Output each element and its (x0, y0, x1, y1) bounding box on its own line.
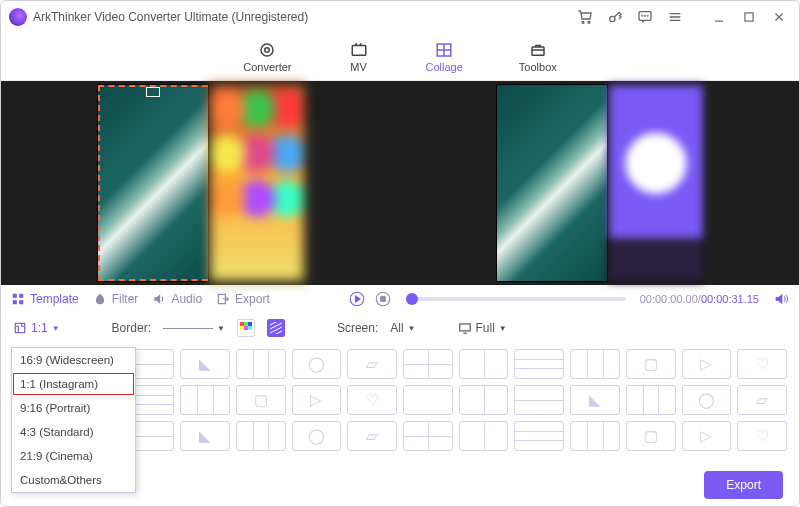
ratio-option[interactable]: Custom&Others (12, 468, 135, 492)
layout-template-tile[interactable] (236, 421, 286, 451)
menu-icon[interactable] (663, 5, 687, 29)
border-color-picker[interactable] (237, 319, 255, 337)
screen-selector[interactable]: All ▼ (390, 321, 415, 335)
layout-template-tile[interactable] (403, 385, 453, 415)
svg-rect-12 (532, 47, 544, 55)
layout-template-tile[interactable]: ◯ (292, 349, 342, 379)
maximize-icon[interactable] (737, 5, 761, 29)
collage-cell-2[interactable] (400, 81, 799, 285)
cart-icon[interactable] (573, 5, 597, 29)
view-selector[interactable]: Full ▼ (458, 321, 507, 335)
layout-template-tile[interactable]: ▢ (626, 349, 676, 379)
layout-template-tile[interactable] (459, 385, 509, 415)
tab-toolbox[interactable]: Toolbox (519, 41, 557, 73)
layout-template-tile[interactable]: ▷ (682, 421, 732, 451)
export-label: Export (235, 292, 270, 306)
collage-cell-1[interactable] (1, 81, 400, 285)
border-pattern-button[interactable] (267, 319, 285, 337)
app-window: ArkThinker Video Converter Ultimate (Unr… (0, 0, 800, 507)
mv-icon (348, 41, 370, 59)
export-tool-button[interactable]: Export (216, 292, 270, 306)
svg-rect-13 (13, 294, 17, 298)
time-total: 00:00:31.15 (701, 293, 759, 305)
border-line-preview (163, 328, 213, 329)
filter-button[interactable]: Filter (93, 292, 139, 306)
layout-template-tile[interactable] (459, 349, 509, 379)
layout-template-tile[interactable]: ◣ (180, 349, 230, 379)
clip-thumbnail (97, 84, 209, 282)
template-button[interactable]: Template (11, 292, 79, 306)
ratio-selector[interactable]: 1:1 ▼ (13, 321, 60, 335)
layout-template-tile[interactable]: ▱ (347, 421, 397, 451)
time-display: 00:00:00.00/00:00:31.15 (640, 293, 759, 305)
tab-mv[interactable]: MV (348, 41, 370, 73)
layout-template-tile[interactable]: ▢ (236, 385, 286, 415)
volume-icon[interactable] (773, 291, 789, 307)
layout-template-tile[interactable]: ▱ (737, 385, 787, 415)
layout-template-tile[interactable]: ▷ (682, 349, 732, 379)
play-button[interactable] (348, 290, 366, 308)
tab-collage[interactable]: Collage (426, 41, 463, 73)
key-icon[interactable] (603, 5, 627, 29)
layout-template-tile[interactable]: ♡ (737, 421, 787, 451)
ratio-option[interactable]: 9:16 (Portrait) (12, 396, 135, 420)
view-value: Full (476, 321, 495, 335)
layout-template-tile[interactable] (403, 421, 453, 451)
svg-rect-28 (459, 324, 470, 331)
layout-template-tile[interactable]: ♡ (737, 349, 787, 379)
export-button[interactable]: Export (704, 471, 783, 499)
layout-template-tile[interactable] (514, 349, 564, 379)
border-style-selector[interactable]: ▼ (163, 324, 225, 333)
layout-template-tile[interactable]: ◣ (570, 385, 620, 415)
layout-template-tile[interactable]: ◯ (292, 421, 342, 451)
chevron-down-icon: ▼ (499, 324, 507, 333)
ratio-dropdown: 16:9 (Widescreen)1:1 (Instagram)9:16 (Po… (11, 347, 136, 493)
feedback-icon[interactable] (633, 5, 657, 29)
close-icon[interactable] (767, 5, 791, 29)
svg-rect-23 (244, 322, 248, 326)
converter-icon (256, 41, 278, 59)
svg-point-6 (647, 15, 648, 16)
filter-label: Filter (112, 292, 139, 306)
layout-template-tile[interactable]: ▢ (626, 421, 676, 451)
ratio-value: 1:1 (31, 321, 48, 335)
layout-template-tile[interactable] (459, 421, 509, 451)
layout-template-tile[interactable]: ◯ (682, 385, 732, 415)
layout-template-tile[interactable]: ▷ (292, 385, 342, 415)
ratio-option[interactable]: 1:1 (Instagram) (12, 372, 135, 396)
minimize-icon[interactable] (707, 5, 731, 29)
ratio-option[interactable]: 16:9 (Widescreen) (12, 348, 135, 372)
svg-rect-14 (19, 294, 23, 298)
layout-template-tile[interactable] (514, 421, 564, 451)
svg-point-0 (582, 21, 584, 23)
layout-template-tile[interactable] (180, 385, 230, 415)
stop-button[interactable] (374, 290, 392, 308)
layout-template-tile[interactable] (626, 385, 676, 415)
ratio-option[interactable]: 21:9 (Cinema) (12, 444, 135, 468)
time-current: 00:00:00.00 (640, 293, 698, 305)
layout-template-tile[interactable] (236, 349, 286, 379)
layout-template-tile[interactable]: ◣ (180, 421, 230, 451)
layout-template-tile[interactable] (514, 385, 564, 415)
collage-icon (433, 41, 455, 59)
layout-template-tile[interactable] (570, 421, 620, 451)
app-title: ArkThinker Video Converter Ultimate (Unr… (33, 10, 308, 24)
chevron-down-icon: ▼ (408, 324, 416, 333)
scrubber-handle[interactable] (406, 293, 418, 305)
clip-thumbnail (209, 84, 305, 282)
layout-template-tile[interactable] (403, 349, 453, 379)
svg-rect-24 (248, 322, 252, 326)
chevron-down-icon: ▼ (52, 324, 60, 333)
audio-label: Audio (171, 292, 202, 306)
screen-value: All (390, 321, 403, 335)
audio-button[interactable]: Audio (152, 292, 202, 306)
timeline-scrubber[interactable] (406, 297, 626, 301)
tool-row: Template Filter Audio Export 00:00:00.00… (1, 285, 799, 313)
tab-converter[interactable]: Converter (243, 41, 291, 73)
ratio-option[interactable]: 4:3 (Standard) (12, 420, 135, 444)
layout-template-tile[interactable]: ▱ (347, 349, 397, 379)
layout-template-tile[interactable]: ♡ (347, 385, 397, 415)
layout-template-tile[interactable] (570, 349, 620, 379)
svg-point-9 (265, 47, 270, 52)
options-row: 1:1 ▼ Border: ▼ Screen: All ▼ Full ▼ (1, 313, 799, 343)
